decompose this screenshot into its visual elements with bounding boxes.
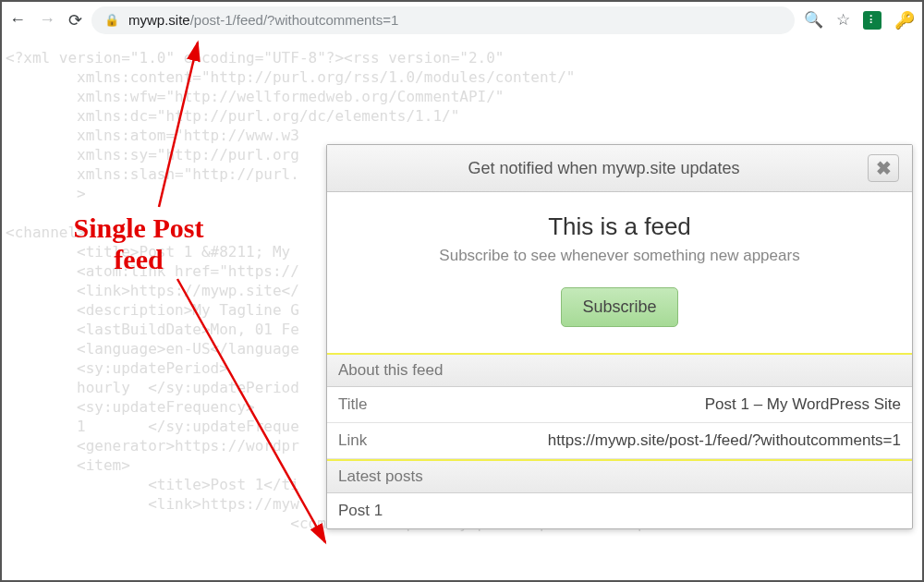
about-row-title: Title Post 1 – My WordPress Site	[327, 387, 912, 423]
close-button[interactable]: ✖	[868, 154, 899, 182]
annotation-line1: Single Post	[46, 212, 231, 244]
url-path: /post-1/feed/?withoutcomments=1	[190, 12, 399, 28]
toolbar-right: 🔍 ☆ ⠇ 🔑	[804, 10, 915, 30]
about-title-key: Title	[338, 395, 368, 414]
annotation-line2: feed	[46, 244, 231, 275]
star-icon[interactable]: ☆	[836, 10, 850, 30]
about-section-header: About this feed	[327, 353, 912, 387]
panel-header-title: Get notified when mywp.site updates	[340, 159, 868, 178]
feed-panel: Get notified when mywp.site updates ✖ Th…	[326, 144, 913, 529]
browser-toolbar: ← → ⟳ 🔒 mywp.site/post-1/feed/?withoutco…	[2, 2, 922, 39]
zoom-icon[interactable]: 🔍	[804, 10, 823, 30]
about-link-key: Link	[338, 431, 367, 450]
about-link-value: https://mywp.site/post-1/feed/?withoutco…	[548, 431, 901, 450]
subscribe-button[interactable]: Subscribe	[561, 287, 677, 327]
forward-button[interactable]: →	[39, 10, 55, 30]
key-icon[interactable]: 🔑	[894, 10, 915, 30]
lock-icon: 🔒	[104, 13, 119, 27]
latest-post-row[interactable]: Post 1	[327, 493, 912, 528]
annotation-label: Single Post feed	[46, 212, 231, 275]
about-row-link: Link https://mywp.site/post-1/feed/?with…	[327, 423, 912, 459]
panel-body: This is a feed Subscribe to see whenever…	[327, 192, 912, 353]
extension-badge[interactable]: ⠇	[863, 11, 881, 30]
latest-section-header: Latest posts	[327, 459, 912, 493]
address-bar[interactable]: 🔒 mywp.site/post-1/feed/?withoutcomments…	[91, 6, 795, 34]
url-host: mywp.site	[128, 12, 190, 28]
panel-body-title: This is a feed	[346, 212, 894, 241]
nav-buttons: ← → ⟳	[9, 10, 82, 30]
back-button[interactable]: ←	[9, 10, 26, 30]
about-title-value: Post 1 – My WordPress Site	[705, 395, 901, 414]
url-text: mywp.site/post-1/feed/?withoutcomments=1	[128, 12, 398, 28]
panel-body-subtitle: Subscribe to see whenever something new …	[346, 247, 894, 265]
panel-header: Get notified when mywp.site updates ✖	[327, 145, 912, 192]
reload-button[interactable]: ⟳	[68, 10, 82, 30]
